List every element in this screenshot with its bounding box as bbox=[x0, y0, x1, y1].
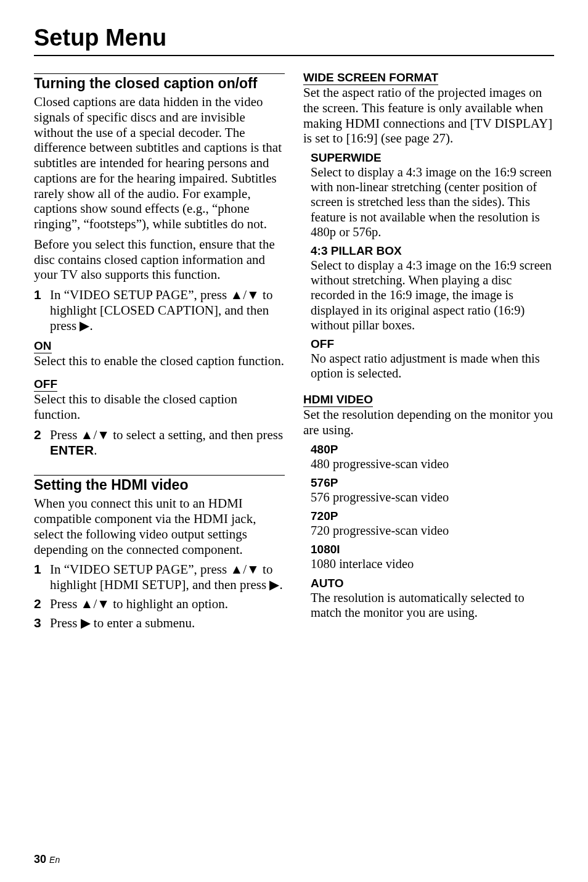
paragraph: Set the resolution depending on the moni… bbox=[303, 407, 554, 438]
option-label-off: OFF bbox=[34, 377, 57, 392]
option-label-576p: 576P bbox=[311, 476, 554, 490]
right-icon: ▶ bbox=[80, 318, 89, 334]
option-label-off: OFF bbox=[311, 337, 554, 351]
text: Press bbox=[50, 596, 81, 611]
paragraph: Closed captions are data hidden in the v… bbox=[34, 94, 285, 232]
chapter-title: Setup Menu bbox=[34, 25, 554, 56]
step-number: 2 bbox=[34, 596, 44, 612]
option-label-480p: 480P bbox=[311, 443, 554, 456]
section-title-hdmi-video: Setting the HDMI video bbox=[34, 477, 285, 493]
step-number: 2 bbox=[34, 427, 44, 458]
paragraph: Set the aspect ratio of the projected im… bbox=[303, 85, 554, 146]
step-number: 1 bbox=[34, 287, 44, 333]
text: to select a setting, and then press bbox=[110, 427, 283, 442]
enter-label: ENTER bbox=[50, 443, 94, 457]
paragraph: Select this to enable the closed caption… bbox=[34, 353, 285, 369]
step-text: In “VIDEO SETUP PAGE”, press ▲/▼ to high… bbox=[50, 562, 285, 593]
step-1: 1 In “VIDEO SETUP PAGE”, press ▲/▼ to hi… bbox=[34, 562, 285, 593]
step-number: 3 bbox=[34, 616, 44, 631]
step-text: Press ▲/▼ to highlight an option. bbox=[50, 596, 228, 612]
paragraph: 480 progressive-scan video bbox=[311, 456, 554, 471]
up-icon: ▲ bbox=[230, 287, 243, 303]
paragraph: Select this to disable the closed captio… bbox=[34, 392, 285, 422]
indent-block: 480P 480 progressive-scan video 576P 576… bbox=[311, 443, 554, 620]
option-label-1080i: 1080I bbox=[311, 543, 554, 556]
text: Press bbox=[50, 616, 81, 630]
text: In “VIDEO SETUP PAGE”, press bbox=[50, 287, 230, 302]
text: . bbox=[94, 443, 97, 458]
step-2: 2 Press ▲/▼ to highlight an option. bbox=[34, 596, 285, 612]
text: Press bbox=[50, 427, 81, 442]
step-text: Press ▶ to enter a submenu. bbox=[50, 616, 195, 631]
heading-hdmi-video: HDMI VIDEO bbox=[303, 393, 373, 407]
paragraph: 576 progressive-scan video bbox=[311, 490, 554, 505]
step-number: 1 bbox=[34, 562, 44, 593]
columns: Turning the closed caption on/off Closed… bbox=[34, 67, 554, 633]
step-2: 2 Press ▲/▼ to select a setting, and the… bbox=[34, 427, 285, 458]
right-icon: ▶ bbox=[269, 577, 279, 593]
page-footer: 30 En bbox=[34, 853, 60, 866]
step-text: Press ▲/▼ to select a setting, and then … bbox=[50, 427, 285, 458]
down-icon: ▼ bbox=[247, 287, 259, 303]
indent-block: SUPERWIDE Select to display a 4:3 image … bbox=[311, 151, 554, 381]
up-icon: ▲ bbox=[230, 562, 243, 577]
option-label-auto: AUTO bbox=[311, 577, 554, 590]
paragraph: Select to display a 4:3 image on the 16:… bbox=[311, 258, 554, 332]
up-icon: ▲ bbox=[81, 427, 94, 443]
paragraph: Select to display a 4:3 image on the 16:… bbox=[311, 165, 554, 239]
text: to highlight an option. bbox=[110, 596, 228, 611]
page: Setup Menu Turning the closed caption on… bbox=[0, 0, 588, 882]
option-label-on: ON bbox=[34, 339, 52, 353]
text: . bbox=[89, 318, 92, 333]
page-number: 30 bbox=[34, 853, 46, 865]
up-icon: ▲ bbox=[81, 596, 94, 612]
right-column: WIDE SCREEN FORMAT Set the aspect ratio … bbox=[303, 67, 554, 633]
down-icon: ▼ bbox=[97, 427, 110, 443]
paragraph: 1080 interlace video bbox=[311, 556, 554, 571]
step-3: 3 Press ▶ to enter a submenu. bbox=[34, 616, 285, 631]
heading-wide-screen-format: WIDE SCREEN FORMAT bbox=[303, 71, 438, 85]
paragraph: The resolution is automatically selected… bbox=[311, 590, 554, 620]
paragraph: Before you select this function, ensure … bbox=[34, 237, 285, 282]
option-label-superwide: SUPERWIDE bbox=[311, 151, 554, 165]
down-icon: ▼ bbox=[97, 596, 110, 612]
right-icon: ▶ bbox=[81, 616, 91, 631]
step-text: In “VIDEO SETUP PAGE”, press ▲/▼ to high… bbox=[50, 287, 285, 333]
step-1: 1 In “VIDEO SETUP PAGE”, press ▲/▼ to hi… bbox=[34, 287, 285, 333]
text: to enter a submenu. bbox=[91, 616, 195, 630]
lang-label: En bbox=[49, 855, 60, 865]
paragraph: When you connect this unit to an HDMI co… bbox=[34, 496, 285, 557]
down-icon: ▼ bbox=[247, 562, 259, 577]
spacer bbox=[34, 460, 285, 469]
option-label-pillar-box: 4:3 PILLAR BOX bbox=[311, 244, 554, 258]
rule bbox=[34, 73, 285, 74]
text: In “VIDEO SETUP PAGE”, press bbox=[50, 562, 230, 577]
paragraph: 720 progressive-scan video bbox=[311, 523, 554, 538]
rule bbox=[34, 475, 285, 476]
paragraph: No aspect ratio adjustment is made when … bbox=[311, 351, 554, 381]
option-label-720p: 720P bbox=[311, 509, 554, 523]
section-title-closed-caption: Turning the closed caption on/off bbox=[34, 75, 285, 92]
left-column: Turning the closed caption on/off Closed… bbox=[34, 67, 285, 633]
text: . bbox=[279, 577, 282, 592]
